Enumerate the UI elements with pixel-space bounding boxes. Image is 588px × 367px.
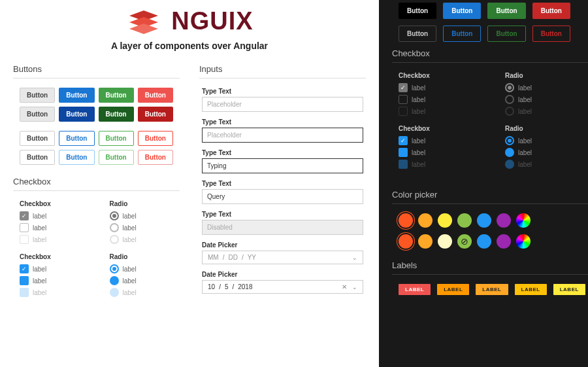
radio-checked-blue[interactable] xyxy=(110,264,119,273)
radio-checked[interactable] xyxy=(110,211,119,220)
color-swatch-cream[interactable] xyxy=(438,234,452,249)
radio-disabled xyxy=(505,107,514,116)
text-input-typing[interactable] xyxy=(202,158,363,173)
datepicker-label: Date Picker xyxy=(202,241,363,249)
button-outline-danger-dark[interactable]: Button xyxy=(532,26,570,42)
brand-name: NGUIX xyxy=(171,7,253,35)
checkbox-unchecked[interactable] xyxy=(20,223,29,232)
datepicker-label: Date Picker xyxy=(202,271,363,278)
button-default[interactable]: Button xyxy=(20,107,55,122)
button-outline-success-dark[interactable]: Button xyxy=(487,26,525,42)
radio-unchecked[interactable] xyxy=(110,223,119,232)
checkbox-disabled-blue xyxy=(20,288,29,297)
input-label: Type Text xyxy=(202,211,363,218)
text-input-focused[interactable] xyxy=(202,128,363,143)
label-amber: LABEL xyxy=(476,284,508,295)
button-outline-success[interactable]: Button xyxy=(99,131,134,146)
color-swatch-none[interactable]: ⊘ xyxy=(457,234,472,249)
label-red: LABEL xyxy=(399,284,431,295)
button-primary-dark[interactable]: Button xyxy=(443,3,481,19)
radio-disabled-blue xyxy=(110,288,119,297)
checkbox-checked[interactable]: ✓ xyxy=(20,211,29,220)
checkbox-checked-blue[interactable]: ✓ xyxy=(399,136,408,145)
input-label: Type Text xyxy=(202,180,363,187)
text-input-filled[interactable] xyxy=(202,189,363,204)
radio-checked-blue[interactable] xyxy=(505,136,514,145)
date-picker-filled[interactable]: 10/5/2018 ✕⌄ xyxy=(202,280,363,294)
color-swatch-yellow[interactable] xyxy=(438,213,452,228)
color-swatch-amber[interactable] xyxy=(418,234,433,249)
section-inputs: Inputs xyxy=(199,64,366,79)
color-swatch-amber[interactable] xyxy=(418,213,433,228)
text-input[interactable] xyxy=(202,97,363,112)
color-swatch-blue[interactable] xyxy=(477,213,491,228)
button-primary[interactable]: Button xyxy=(59,88,94,103)
input-label: Type Text xyxy=(202,88,363,95)
radio-unchecked-blue[interactable] xyxy=(505,148,514,157)
button-outline[interactable]: Button xyxy=(20,150,55,165)
section-checkbox-dark: Checkbox xyxy=(392,48,588,63)
date-picker-empty[interactable]: MM/DD/YY ⌄ xyxy=(202,251,363,264)
input-label: Type Text xyxy=(202,118,363,126)
checkbox-checked-blue[interactable]: ✓ xyxy=(20,264,29,273)
button-outline-danger-light[interactable]: Button xyxy=(138,150,173,165)
color-swatch-orange[interactable] xyxy=(399,234,413,249)
radio-heading: Radio xyxy=(505,125,585,132)
checkbox-disabled xyxy=(20,235,29,244)
chevron-down-icon: ⌄ xyxy=(352,254,357,261)
color-swatch-blue[interactable] xyxy=(477,234,491,249)
checkbox-unchecked-blue[interactable] xyxy=(20,276,29,285)
button-success[interactable]: Button xyxy=(99,88,134,103)
radio-heading: Radio xyxy=(110,200,174,207)
label-yellow: LABEL xyxy=(515,284,547,295)
radio-disabled xyxy=(110,235,119,244)
checkbox-heading: Checkbox xyxy=(399,125,479,132)
section-checkbox: Checkbox xyxy=(13,177,180,191)
color-swatch-orange[interactable] xyxy=(399,213,413,228)
button-outline-primary-light[interactable]: Button xyxy=(59,150,94,165)
button-danger-dark[interactable]: Button xyxy=(532,3,570,19)
checkbox-heading: Checkbox xyxy=(20,253,84,260)
checkbox-checked[interactable]: ✓ xyxy=(399,83,408,92)
input-label: Type Text xyxy=(202,149,363,156)
radio-unchecked-blue[interactable] xyxy=(110,276,119,285)
button-outline-danger[interactable]: Button xyxy=(138,131,173,146)
radio-heading: Radio xyxy=(110,253,174,260)
label-orange: LABEL xyxy=(437,284,469,295)
button-danger-dark[interactable]: Button xyxy=(138,107,173,122)
color-swatch-green[interactable] xyxy=(457,213,472,228)
button-outline[interactable]: Button xyxy=(20,131,55,146)
button-outline-success-light[interactable]: Button xyxy=(99,150,134,165)
button-primary-dark[interactable]: Button xyxy=(59,107,94,122)
clear-icon[interactable]: ✕ xyxy=(342,283,347,290)
checkbox-heading: Checkbox xyxy=(20,200,84,207)
section-colorpicker: Color picker xyxy=(392,190,588,204)
button-outline-primary[interactable]: Button xyxy=(59,131,94,146)
button-danger[interactable]: Button xyxy=(138,88,173,103)
tagline: A layer of components over Angular xyxy=(13,41,366,51)
section-labels: Labels xyxy=(392,260,588,275)
checkbox-heading: Checkbox xyxy=(399,72,479,79)
button-success-dark[interactable]: Button xyxy=(487,3,525,19)
radio-unchecked[interactable] xyxy=(505,95,514,104)
radio-checked[interactable] xyxy=(505,83,514,92)
button-outline-dark[interactable]: Button xyxy=(399,26,436,42)
color-swatch-purple[interactable] xyxy=(497,213,511,228)
button-default[interactable]: Button xyxy=(20,88,55,103)
radio-heading: Radio xyxy=(505,72,585,79)
button-default-dark[interactable]: Button xyxy=(399,3,436,19)
color-swatch-custom[interactable] xyxy=(516,213,531,228)
checkbox-unchecked-blue[interactable] xyxy=(399,148,408,157)
button-success-dark[interactable]: Button xyxy=(99,107,134,122)
checkbox-disabled xyxy=(399,107,408,116)
checkbox-disabled-blue xyxy=(399,160,408,169)
chevron-down-icon: ⌄ xyxy=(352,284,357,290)
color-swatch-custom[interactable] xyxy=(516,234,531,249)
button-outline-primary-dark[interactable]: Button xyxy=(443,26,481,42)
label-yellow-light: LABEL xyxy=(553,284,585,295)
logo-icon xyxy=(125,7,162,35)
text-input-disabled xyxy=(202,220,363,235)
color-swatch-purple[interactable] xyxy=(497,234,511,249)
section-buttons: Buttons xyxy=(13,64,180,79)
checkbox-unchecked[interactable] xyxy=(399,95,408,104)
